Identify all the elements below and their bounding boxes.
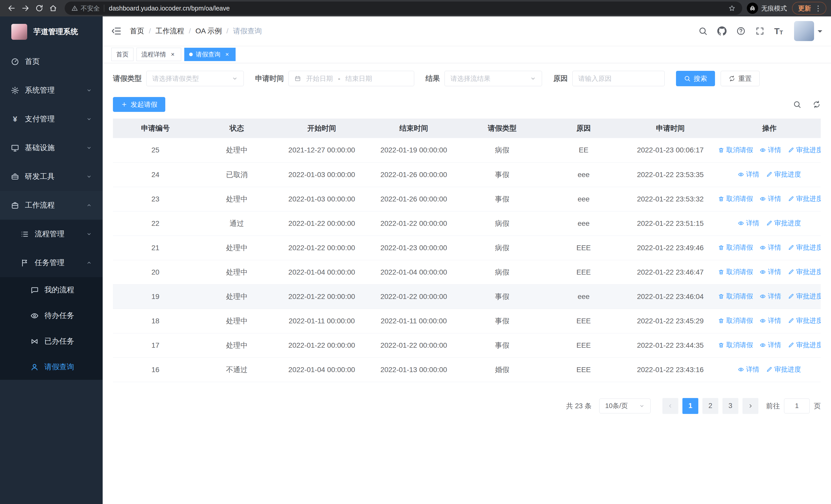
trash-icon [718,318,724,324]
approval-progress-link[interactable]: 审批进度 [788,340,821,350]
approval-progress-link[interactable]: 审批进度 [766,170,801,179]
start-time-cell: 2022-01-22 00:00:00 [276,211,368,236]
detail-link[interactable]: 详情 [760,340,781,350]
sidebar-item-todo-tasks[interactable]: 待办任务 [0,303,103,328]
sidebar-item-my-process[interactable]: 我的流程 [0,277,103,303]
create-leave-button[interactable]: 发起请假 [113,97,165,112]
approval-progress-link[interactable]: 审批进度 [788,316,821,325]
approval-progress-link[interactable]: 审批进度 [766,365,801,374]
breadcrumb-oa-example[interactable]: OA 示例 [196,26,222,36]
approval-progress-link[interactable]: 审批进度 [788,292,821,301]
fullscreen-button[interactable] [755,26,765,36]
start-date-placeholder: 开始日期 [306,74,333,83]
create-leave-label: 发起请假 [131,100,157,109]
eye-icon [760,244,766,251]
header-search-button[interactable] [698,26,708,36]
apply-time-cell: 2022-01-23 00:06:17 [623,138,718,162]
page-button-3[interactable]: 3 [722,398,738,414]
sidebar-item-system[interactable]: 系统管理 [0,76,103,105]
toolbox-icon [11,173,19,181]
table-row: 20处理中2022-01-04 00:00:002022-01-04 00:00… [113,260,821,284]
sidebar-item-infrastructure[interactable]: 基础设施 [0,134,103,162]
page-size-select[interactable]: 10条/页 [599,398,651,413]
sidebar-item-done-tasks[interactable]: 已办任务 [0,328,103,354]
help-button[interactable] [736,26,746,36]
detail-link[interactable]: 详情 [738,219,760,228]
browser-menu-icon[interactable]: ⋮ [814,4,822,12]
app-logo[interactable]: 芋道管理系统 [0,17,103,47]
sidebar-toggle-button[interactable] [111,26,122,36]
detail-link[interactable]: 详情 [738,365,760,374]
approval-progress-link[interactable]: 审批进度 [788,243,821,252]
page-button-1[interactable]: 1 [682,398,698,414]
approval-progress-link[interactable]: 审批进度 [788,267,821,276]
status-cell: 处理中 [198,309,276,333]
close-icon[interactable]: × [224,51,231,58]
tag-home[interactable]: 首页 [111,48,134,61]
result-select[interactable]: 请选择流结果 [445,71,542,86]
browser-update-button[interactable]: 更新 ⋮ [792,2,826,14]
status-cell: 处理中 [198,236,276,260]
detail-link[interactable]: 详情 [760,243,781,252]
cancel-leave-link[interactable]: 取消请假 [718,267,753,276]
tag-leave-query[interactable]: 请假查询 × [184,48,236,61]
row-actions: 取消请假详情审批进度 [718,260,821,284]
browser-forward-button[interactable] [19,1,32,15]
tags-view: 首页 流程详情 × 请假查询 × [103,46,831,63]
sidebar-item-devtools[interactable]: 研发工具 [0,162,103,191]
sidebar-item-home[interactable]: 首页 [0,47,103,76]
tag-process-detail[interactable]: 流程详情 × [137,48,181,61]
reason-input[interactable] [572,71,665,86]
approval-progress-link[interactable]: 审批进度 [766,219,801,228]
cancel-leave-link[interactable]: 取消请假 [718,316,753,325]
detail-link[interactable]: 详情 [760,292,781,301]
browser-home-button[interactable] [46,1,60,15]
sidebar-item-workflow[interactable]: 工作流程 [0,191,103,220]
cancel-leave-link[interactable]: 取消请假 [718,292,753,301]
bookmark-star-icon[interactable] [728,5,736,12]
goto-page-input[interactable] [784,398,810,413]
cancel-leave-link[interactable]: 取消请假 [718,243,753,252]
trash-icon [718,269,724,275]
sidebar-item-payment[interactable]: ¥ 支付管理 [0,105,103,134]
github-link[interactable] [717,26,726,36]
date-range-picker[interactable]: 开始日期 - 结束日期 [288,71,414,86]
leave-type-select[interactable]: 请选择请假类型 [146,71,244,86]
sidebar-item-leave-query[interactable]: 请假查询 [0,354,103,380]
cancel-leave-link[interactable]: 取消请假 [718,340,753,350]
prev-page-button[interactable] [662,398,678,414]
font-size-button[interactable]: TT [774,27,783,35]
breadcrumb-current: 请假查询 [233,26,262,36]
reset-button[interactable]: 重置 [721,71,760,86]
detail-link[interactable]: 详情 [760,146,781,154]
list-icon [21,230,29,238]
sidebar-item-task-management[interactable]: 任务管理 [0,248,103,277]
breadcrumb-home[interactable]: 首页 [130,26,144,36]
toggle-search-icon[interactable] [793,100,801,109]
cancel-leave-link[interactable]: 取消请假 [718,194,753,203]
detail-link[interactable]: 详情 [760,194,781,203]
reason-cell: eee [545,187,622,211]
detail-link[interactable]: 详情 [760,316,781,325]
sidebar-item-label: 基础设施 [25,143,55,153]
next-page-button[interactable] [742,398,758,414]
browser-back-button[interactable] [5,1,19,15]
approval-progress-link[interactable]: 审批进度 [788,194,821,203]
breadcrumb-workflow[interactable]: 工作流程 [155,26,184,36]
user-menu[interactable] [794,21,822,41]
sidebar-item-process-management[interactable]: 流程管理 [0,220,103,248]
detail-link[interactable]: 详情 [738,170,760,179]
detail-link[interactable]: 详情 [760,267,781,276]
close-icon[interactable]: × [169,51,176,58]
start-time-cell: 2022-01-03 00:00:00 [276,187,368,211]
browser-reload-button[interactable] [32,1,46,15]
search-button[interactable]: 搜索 [676,71,715,86]
browser-address-bar[interactable]: 不安全 dashboard.yudao.iocoder.cn/bpm/oa/le… [65,2,742,15]
page-button-2[interactable]: 2 [703,398,718,414]
font-size-icon: T [774,27,780,35]
cancel-leave-link[interactable]: 取消请假 [718,146,753,154]
refresh-table-icon[interactable] [812,100,821,109]
reason-cell: EEE [545,357,622,382]
approval-progress-link[interactable]: 审批进度 [788,146,821,154]
table-row: 22通过2022-01-22 00:00:002022-01-22 00:00:… [113,211,821,236]
